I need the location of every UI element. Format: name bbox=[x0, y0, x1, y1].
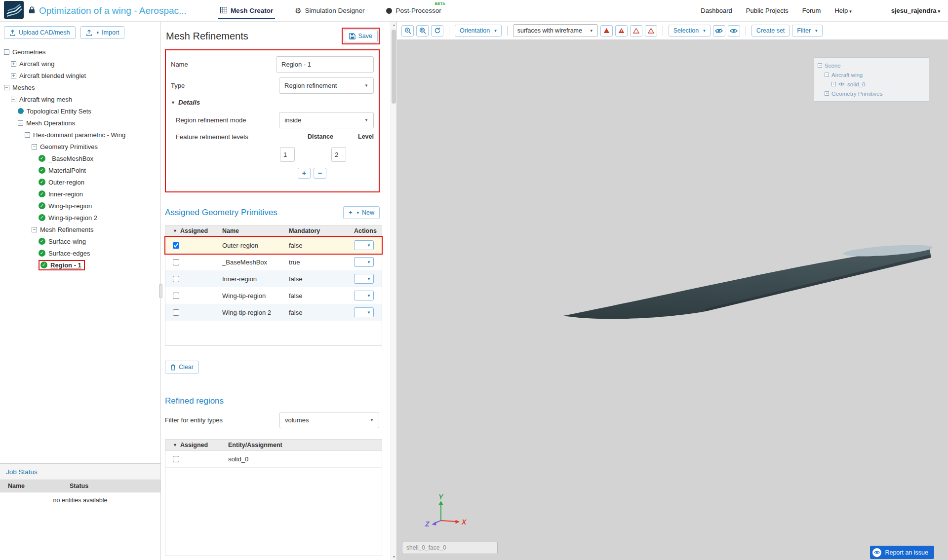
tree-item-geometry-primitives[interactable]: −Geometry Primitives bbox=[0, 141, 160, 152]
tab-mesh-creator[interactable]: Mesh Creator bbox=[218, 0, 275, 22]
collapse-icon[interactable]: − bbox=[32, 227, 37, 232]
expand-icon[interactable]: + bbox=[825, 91, 829, 96]
collapse-icon[interactable]: − bbox=[4, 85, 9, 90]
collapse-icon[interactable]: − bbox=[825, 73, 829, 77]
create-set-button[interactable]: Create set bbox=[751, 25, 790, 37]
flip-normals-button[interactable] bbox=[615, 25, 628, 37]
eye-icon[interactable] bbox=[838, 82, 845, 86]
reset-view-button[interactable] bbox=[431, 25, 443, 37]
scene-item-solid-0[interactable]: + solid_0 bbox=[818, 79, 925, 89]
table-row-basemeshbox[interactable]: _BaseMeshBox true ▼ bbox=[165, 254, 382, 270]
name-input[interactable] bbox=[276, 56, 374, 73]
row-checkbox[interactable] bbox=[173, 242, 179, 249]
tree-item-aircraft-wing[interactable]: +Aircraft wing bbox=[0, 58, 160, 70]
scrollbar-thumb[interactable] bbox=[392, 30, 396, 104]
orientation-button[interactable]: Orientation ▾ bbox=[455, 25, 502, 37]
table-row-wing-tip-region-2[interactable]: Wing-tip-region 2 false ▼ bbox=[165, 304, 382, 321]
tree-item-wing-tip-region-2[interactable]: ✓Wing-tip-region 2 bbox=[0, 212, 160, 224]
tab-post-processor[interactable]: Post-Processor BETA bbox=[384, 0, 443, 22]
row-actions-select[interactable]: ▼ bbox=[354, 291, 374, 300]
panel-scrollbar[interactable]: ▲ ▼ bbox=[391, 22, 396, 560]
tree-item-topological-entity-sets[interactable]: Topological Entity Sets bbox=[0, 105, 160, 117]
import-button[interactable]: ▾ Import bbox=[80, 26, 125, 39]
expand-icon[interactable]: + bbox=[11, 73, 16, 78]
scroll-down-icon[interactable]: ▼ bbox=[391, 555, 397, 559]
triangle-down-icon[interactable]: ▼ bbox=[173, 443, 177, 448]
zoom-window-button[interactable] bbox=[416, 25, 429, 37]
panel-resize-handle[interactable] bbox=[159, 284, 162, 298]
table-row-solid-0[interactable]: solid_0 bbox=[165, 451, 382, 468]
display-mode-select[interactable]: surfaces with wireframe ▼ bbox=[513, 24, 598, 37]
type-select[interactable]: Region refinement ▼ bbox=[279, 77, 374, 94]
table-row-outer-region[interactable]: Outer-region false ▼ bbox=[165, 237, 382, 254]
nav-dashboard[interactable]: Dashboard bbox=[701, 7, 732, 14]
scene-item-aircraft-wing[interactable]: −Aircraft wing bbox=[818, 70, 925, 79]
row-actions-select[interactable]: ▼ bbox=[354, 274, 374, 284]
project-title[interactable]: Optimization of a wing - Aerospac... bbox=[39, 5, 187, 16]
save-button[interactable]: Save bbox=[344, 30, 378, 42]
table-row-inner-region[interactable]: Inner-region false ▼ bbox=[165, 270, 382, 287]
nav-public-projects[interactable]: Public Projects bbox=[746, 7, 789, 14]
collapse-icon[interactable]: − bbox=[11, 97, 16, 102]
tree-item-wing-tip-region[interactable]: ✓Wing-tip-region bbox=[0, 200, 160, 212]
upload-cad-button[interactable]: Upload CAD/mesh bbox=[4, 26, 76, 39]
row-actions-select[interactable]: ▼ bbox=[354, 257, 374, 267]
row-checkbox[interactable] bbox=[173, 456, 179, 462]
nav-forum[interactable]: Forum bbox=[802, 7, 821, 14]
tab-simulation-designer[interactable]: ⚙ Simulation Designer bbox=[293, 0, 366, 22]
mesh-quality-button[interactable] bbox=[630, 25, 642, 37]
distance-input[interactable] bbox=[280, 147, 295, 162]
add-level-button[interactable]: + bbox=[298, 168, 311, 179]
user-menu[interactable]: sjesu_rajendra▾ bbox=[891, 7, 940, 14]
nav-help-menu[interactable]: Help▾ bbox=[834, 7, 851, 14]
remove-level-button[interactable]: − bbox=[314, 168, 326, 179]
tree-item-hex-dominant-parametric[interactable]: −Hex-dominant parametric - Wing bbox=[0, 129, 160, 141]
row-actions-select[interactable]: ▼ bbox=[354, 240, 374, 250]
collapse-icon[interactable]: − bbox=[4, 49, 9, 55]
show-all-button[interactable] bbox=[728, 25, 740, 37]
hide-selected-button[interactable] bbox=[713, 25, 725, 37]
tree-item-mesh-refinements[interactable]: −Mesh Refinements bbox=[0, 224, 160, 235]
table-row-wing-tip-region[interactable]: Wing-tip-region false ▼ bbox=[165, 287, 382, 304]
expand-icon[interactable]: + bbox=[11, 61, 16, 67]
new-primitive-button[interactable]: + ▾ New bbox=[343, 206, 380, 219]
scene-item-scene[interactable]: −Scene bbox=[818, 61, 925, 70]
tree-item-aircraft-blended-winglet[interactable]: +Aircraft blended winglet bbox=[0, 70, 160, 81]
tree-item-surface-edges[interactable]: ✓Surface-edges bbox=[0, 247, 160, 259]
scene-item-geometry-primitives[interactable]: +Geometry Primitives bbox=[818, 89, 925, 98]
row-checkbox[interactable] bbox=[173, 309, 179, 316]
wing-3d-render[interactable] bbox=[397, 39, 948, 560]
tree-item-aircraft-wing-mesh[interactable]: −Aircraft wing mesh bbox=[0, 93, 160, 105]
tree-item-surface-wing[interactable]: ✓Surface-wing bbox=[0, 235, 160, 247]
tree-item-meshes[interactable]: −Meshes bbox=[0, 81, 160, 93]
app-logo[interactable] bbox=[4, 1, 24, 20]
tree-item-mesh-operations[interactable]: −Mesh Operations bbox=[0, 117, 160, 129]
row-checkbox[interactable] bbox=[173, 276, 179, 282]
tree-item-region-1[interactable]: ✓ Region - 1 bbox=[0, 259, 160, 271]
render-canvas[interactable]: −Scene −Aircraft wing + solid_0 +Geometr… bbox=[397, 39, 948, 560]
report-issue-button[interactable]: Report an issue bbox=[870, 546, 934, 559]
collapse-icon[interactable]: − bbox=[818, 63, 822, 68]
collapse-icon[interactable]: − bbox=[32, 144, 37, 149]
triangle-down-icon[interactable]: ▼ bbox=[173, 228, 177, 233]
collapse-icon[interactable]: − bbox=[18, 120, 23, 126]
zoom-in-button[interactable] bbox=[401, 25, 414, 37]
entity-filter-select[interactable]: volumes ▼ bbox=[279, 412, 379, 428]
scroll-up-icon[interactable]: ▲ bbox=[391, 23, 397, 27]
level-input[interactable] bbox=[331, 147, 346, 162]
tree-item-inner-region[interactable]: ✓Inner-region bbox=[0, 188, 160, 200]
row-actions-select[interactable]: ▼ bbox=[354, 307, 374, 317]
collapse-icon[interactable]: − bbox=[25, 132, 30, 138]
show-normals-button[interactable] bbox=[600, 25, 613, 37]
filter-button[interactable]: Filter ▾ bbox=[792, 25, 822, 37]
row-checkbox[interactable] bbox=[173, 293, 179, 299]
clear-button[interactable]: Clear bbox=[165, 361, 199, 373]
tree-item-outer-region[interactable]: ✓Outer-region bbox=[0, 176, 160, 188]
selection-button[interactable]: Selection ▾ bbox=[669, 25, 711, 37]
tree-item-geometries[interactable]: −Geometries bbox=[0, 46, 160, 58]
tree-item-basemeshbox[interactable]: ✓_BaseMeshBox bbox=[0, 152, 160, 164]
refinement-mode-select[interactable]: inside ▼ bbox=[279, 112, 374, 128]
expand-icon[interactable]: + bbox=[831, 82, 836, 86]
thin-triangles-button[interactable] bbox=[645, 25, 657, 37]
details-disclosure[interactable]: ▼ Details bbox=[171, 99, 374, 106]
